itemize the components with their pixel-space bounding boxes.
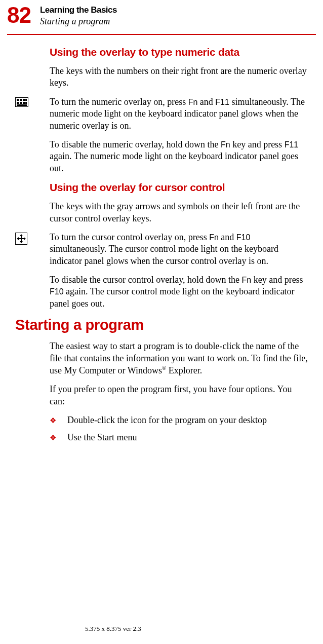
key-fn: Fn — [221, 140, 230, 149]
svg-rect-9 — [17, 104, 27, 106]
svg-rect-1 — [17, 99, 19, 101]
svg-rect-2 — [20, 99, 22, 101]
numeric-overlay-heading: Using the overlay to type numeric data — [50, 46, 308, 58]
options-list: ❖ Double-click the icon for the program … — [50, 414, 308, 443]
page-number: 82 — [7, 4, 31, 26]
starting-options-text: If you prefer to open the program first,… — [50, 384, 308, 407]
key-fn: Fn — [209, 233, 219, 242]
numeric-disable-text: To disable the numeric overlay, hold dow… — [50, 139, 308, 174]
cursor-disable-text: To disable the cursor control overlay, h… — [50, 274, 308, 310]
page-content: Using the overlay to type numeric data T… — [0, 35, 323, 443]
section-subtitle: Starting a program — [40, 16, 117, 27]
key-f11: F11 — [285, 140, 299, 149]
footer-version: 5.375 x 8.375 ver 2.3 — [85, 625, 141, 633]
svg-rect-5 — [17, 102, 19, 104]
bullet-icon: ❖ — [50, 433, 56, 443]
numeric-intro-text: The keys with the numbers on their right… — [50, 65, 308, 89]
list-item: ❖ Use the Start menu — [50, 432, 308, 443]
key-f10: F10 — [50, 287, 64, 296]
cursor-intro-text: The keys with the gray arrows and symbol… — [50, 201, 308, 224]
page-header: 82 Learning the Basics Starting a progra… — [0, 0, 323, 27]
key-fn: Fn — [188, 98, 198, 106]
icon-column — [15, 96, 50, 132]
numeric-keypad-icon — [15, 97, 28, 107]
svg-rect-7 — [23, 102, 25, 104]
header-text-block: Learning the Basics Starting a program — [40, 4, 117, 27]
svg-rect-3 — [23, 99, 25, 101]
cursor-overlay-heading: Using the overlay for cursor control — [50, 181, 308, 194]
svg-rect-6 — [20, 102, 22, 104]
bullet-icon: ❖ — [50, 416, 56, 426]
svg-rect-8 — [25, 102, 27, 104]
svg-rect-4 — [25, 99, 27, 101]
list-item-text: Use the Start menu — [67, 432, 137, 443]
key-fn: Fn — [241, 276, 251, 284]
list-item-text: Double-click the icon for the program on… — [67, 414, 267, 426]
key-f11: F11 — [215, 98, 229, 106]
chapter-title: Learning the Basics — [40, 5, 117, 15]
starting-intro-text: The easiest way to start a program is to… — [50, 340, 308, 376]
numeric-enable-row: To turn the numeric overlay on, press Fn… — [15, 96, 308, 132]
cursor-enable-row: To turn the cursor control overlay on, p… — [15, 232, 308, 267]
cursor-arrows-icon — [15, 233, 27, 245]
icon-column — [15, 232, 50, 267]
numeric-enable-text: To turn the numeric overlay on, press Fn… — [50, 96, 308, 132]
cursor-enable-text: To turn the cursor control overlay on, p… — [50, 232, 308, 267]
list-item: ❖ Double-click the icon for the program … — [50, 414, 308, 426]
starting-program-heading: Starting a program — [15, 317, 308, 333]
key-f10: F10 — [236, 233, 251, 242]
